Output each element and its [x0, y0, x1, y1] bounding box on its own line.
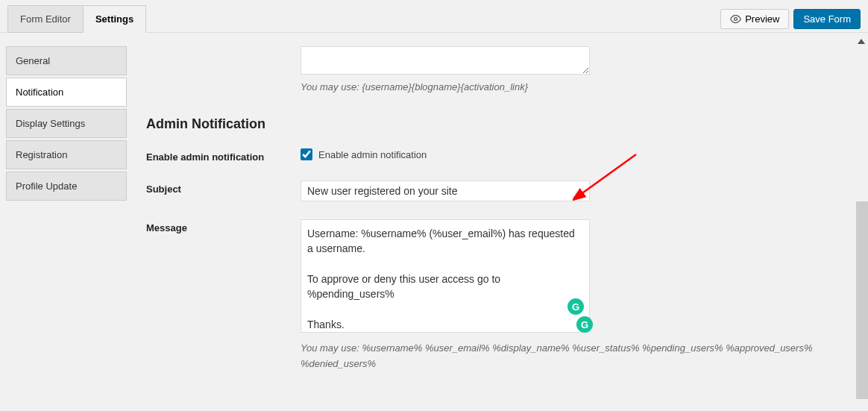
- message-hint: You may use: %username% %user_email% %di…: [301, 341, 837, 372]
- admin-notification-heading: Admin Notification: [146, 116, 849, 132]
- tab-settings[interactable]: Settings: [83, 5, 146, 33]
- tabs: Form Editor Settings: [7, 5, 146, 33]
- sidebar-item-profile-update[interactable]: Profile Update: [6, 172, 127, 201]
- message-label: Message: [146, 219, 301, 233]
- enable-label: Enable admin notification: [146, 148, 301, 163]
- enable-admin-checkbox[interactable]: [301, 148, 312, 160]
- sidebar-item-general[interactable]: General: [6, 46, 127, 75]
- grammarly-badge-icon[interactable]: G: [567, 298, 584, 315]
- svg-point-0: [735, 18, 738, 21]
- subject-row: Subject: [146, 181, 849, 201]
- prev-section-hint: You may use: {username}{blogname}{activa…: [301, 81, 849, 92]
- message-row: Message G G: [146, 219, 849, 335]
- top-bar: Form Editor Settings Preview Save Form: [0, 0, 868, 33]
- scroll-up-icon[interactable]: [858, 39, 865, 44]
- eye-icon: [730, 13, 741, 25]
- enable-checkbox-wrap[interactable]: Enable admin notification: [301, 148, 427, 160]
- top-actions: Preview Save Form: [720, 9, 861, 29]
- sidebar-item-notification[interactable]: Notification: [6, 78, 127, 107]
- preview-button[interactable]: Preview: [720, 9, 789, 29]
- content-area: You may use: {username}{blogname}{activa…: [127, 33, 868, 411]
- sidebar-item-display-settings[interactable]: Display Settings: [6, 109, 127, 138]
- sidebar-item-registration[interactable]: Registration: [6, 140, 127, 169]
- save-form-button[interactable]: Save Form: [793, 9, 861, 29]
- message-textarea[interactable]: [301, 219, 590, 333]
- settings-sidebar: General Notification Display Settings Re…: [0, 33, 127, 411]
- tab-form-editor[interactable]: Form Editor: [7, 5, 83, 33]
- prev-section-textarea[interactable]: [301, 46, 590, 75]
- enable-checkbox-text: Enable admin notification: [318, 149, 427, 160]
- subject-input[interactable]: [301, 181, 590, 201]
- enable-row: Enable admin notification Enable admin n…: [146, 148, 849, 163]
- vertical-scrollbar[interactable]: [856, 201, 868, 399]
- main-area: General Notification Display Settings Re…: [0, 33, 868, 411]
- preview-label: Preview: [745, 13, 779, 25]
- subject-label: Subject: [146, 181, 301, 195]
- grammarly-badge-icon[interactable]: G: [576, 316, 593, 333]
